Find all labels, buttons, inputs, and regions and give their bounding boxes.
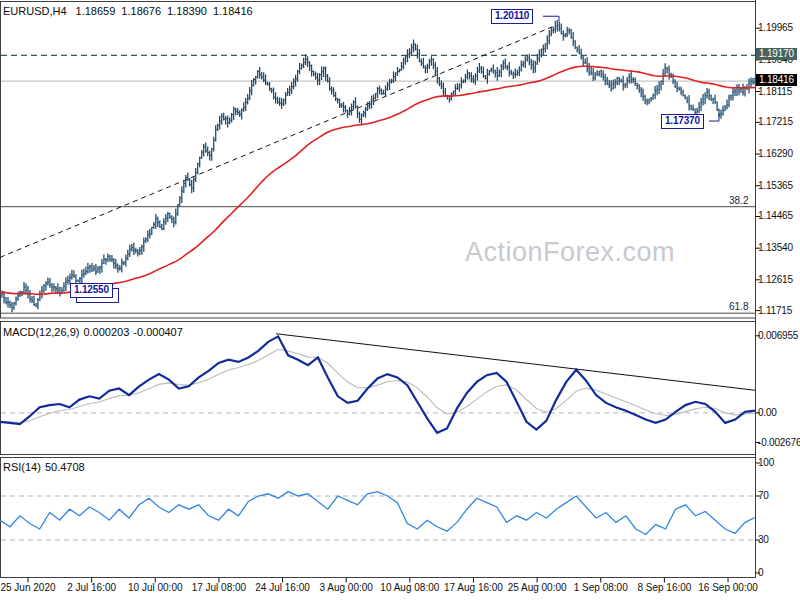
price-axis-label: 1.17215 — [758, 116, 793, 127]
price-axis-highlighted-label[interactable]: 1.19170 — [756, 48, 797, 60]
macd-indicator-label: MACD(12,26,9) — [3, 326, 79, 338]
macd-axis-label: 0.006955 — [758, 330, 798, 341]
rsi-indicator-label: RSI(14) — [3, 461, 41, 473]
price-axis-label: 1.11715 — [758, 305, 792, 316]
macd-panel[interactable] — [1, 322, 756, 455]
rsi-line[interactable] — [0, 492, 755, 535]
rsi-axis-label: 100 — [758, 457, 774, 468]
quote-low: 1.18390 — [167, 5, 207, 17]
annotation-connector — [709, 114, 719, 121]
rsi-axis-label: 30 — [758, 534, 769, 545]
chart-window: EURUSD,H41.186591.186761.183901.18416 Ac… — [0, 0, 800, 600]
price-axis-label: 1.13540 — [758, 242, 793, 253]
macd-header: MACD(12,26,9)0.000203-0.000407 — [3, 326, 189, 338]
price-axis-highlighted-label[interactable]: 1.18416 — [756, 74, 797, 86]
macd-axis-label: -0.002676 — [758, 437, 800, 448]
price-annotation-low[interactable]: 1.17370 — [661, 114, 704, 129]
macd-main-value: 0.000203 — [83, 326, 129, 338]
candlestick-bars[interactable] — [0, 20, 755, 312]
macd-axis-label: 0.00 — [758, 407, 777, 418]
time-axis-label: 16 Sep 00:00 — [688, 582, 768, 593]
main-chart-header: EURUSD,H41.186591.186761.183901.18416 — [3, 5, 259, 17]
annotation-connector — [543, 16, 559, 21]
macd-signal-value: -0.000407 — [133, 326, 183, 338]
price-axis-label: 1.18115 — [758, 86, 792, 97]
rsi-header: RSI(14)50.4708 — [3, 461, 91, 473]
fibonacci-level-label: 38.2 — [729, 195, 748, 206]
rsi-value: 50.4708 — [45, 461, 85, 473]
quote-open: 1.18659 — [76, 5, 116, 17]
price-axis-label: 1.16290 — [758, 148, 793, 159]
main-chart-panel[interactable] — [1, 2, 756, 319]
trendline-dashed[interactable] — [0, 25, 556, 257]
quote-high: 1.18676 — [121, 5, 161, 17]
rsi-axis-label: 0 — [758, 567, 763, 578]
chart-canvas[interactable] — [0, 0, 800, 600]
symbol-timeframe-label: EURUSD,H4 — [3, 5, 67, 17]
rsi-axis-label: 70 — [758, 490, 769, 501]
price-axis-label: 1.14465 — [758, 210, 793, 221]
macd-signal-line — [0, 349, 755, 422]
price-axis-label: 1.15365 — [758, 180, 793, 191]
quote-close: 1.18416 — [213, 5, 253, 17]
price-axis-label: 1.12615 — [758, 274, 793, 285]
fibonacci-level-label: 61.8 — [729, 301, 748, 312]
rsi-panel[interactable] — [1, 458, 756, 578]
price-annotation-high[interactable]: 1.20110 — [491, 9, 533, 24]
price-axis-label: 1.19965 — [758, 22, 793, 33]
price-annotation-support[interactable]: 1.12550 — [70, 283, 113, 298]
watermark: ActionForex.com — [465, 237, 675, 268]
